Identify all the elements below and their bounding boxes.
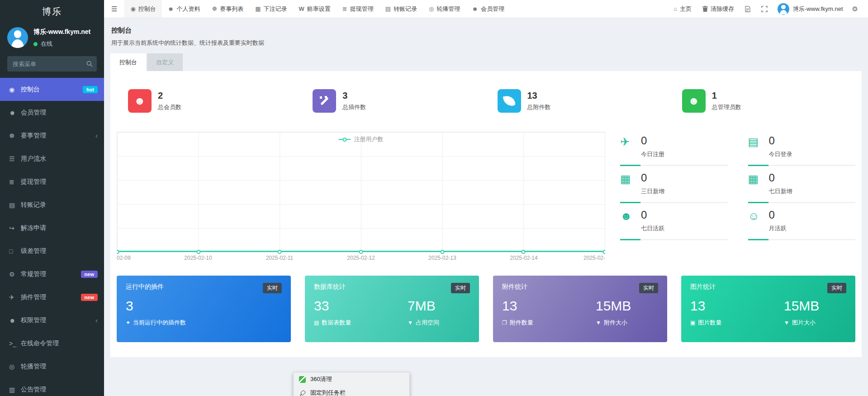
topnav-item-members[interactable]: ☻ 会员管理 [466,0,510,18]
rocket-icon: ✈ [9,294,21,301]
sidebar-item-withdraw[interactable]: ≣ 提现管理 [0,170,104,193]
sidebar-item-dashboard[interactable]: ◉ 控制台 hot [0,78,104,101]
topnav-item-carousel[interactable]: ◎ 轮播管理 [423,0,466,18]
stat-value: 1 [712,91,741,101]
user-status-label: 在线 [41,40,52,48]
topnav-item-odds[interactable]: W 赔率设置 [293,0,336,18]
mini-stat-3day-new: ▦ 0 三日新增 [620,169,728,206]
filter-icon: ▼ [596,320,601,326]
users-icon: ☻ [9,317,21,324]
settings-gear-icon[interactable]: ⚙ [848,5,861,13]
users-icon: ☻ [9,109,21,116]
sidebar-item-plugins[interactable]: ✈ 插件管理 new [0,286,104,309]
copy-icon: ❐ [502,320,507,326]
sidebar-item-general[interactable]: ⚙ 常规管理 new [0,262,104,286]
magic-wand-icon [313,89,336,113]
tab-custom[interactable]: 自定义 [147,53,183,71]
life-ring-icon: ☸ [212,5,217,12]
log-file-button[interactable] [740,6,756,12]
mini-stat-today-logins: ▤ 0 今日登录 [748,132,856,169]
tab-dashboard[interactable]: 控制台 [110,53,146,71]
stat-value: 3 [342,91,366,101]
search-input[interactable] [7,56,97,72]
user-info: 博乐-www.fkym.net 在线 [33,27,90,48]
sidebar-item-level-diff[interactable]: □ 级差管理 [0,239,104,262]
database-icon: ▤ [314,320,319,326]
sidebar-item-transfer-records[interactable]: ▤ 转账记录 [0,193,104,216]
hamburger-icon[interactable]: ☰ [104,0,124,18]
app-logo[interactable]: 博乐 [0,0,104,23]
menu-item-pin-to-taskbar[interactable]: 固定到任务栏 [294,386,409,396]
chart-legend[interactable]: 注册用户数 [339,135,384,143]
cards-row: 运行中的插件 实时 3 ✦ 当前运行中的插件数 数据库统计 实时 33 [117,276,855,342]
chart-x-tick-label: 2025-02-13 [428,255,456,261]
fullscreen-icon [761,6,768,12]
card-value: 13 [690,299,784,313]
tabs: 控制台 自定义 [110,53,868,71]
book-icon: ▤ [9,201,21,209]
leaf-icon [498,89,521,113]
card-title: 图片统计 [690,283,716,291]
topnav-item-withdraw[interactable]: ≣ 提现管理 [337,0,379,18]
topnav-user-menu[interactable]: 博乐-www.fkym.net [773,3,848,15]
admin-user-icon: ☻ [682,89,706,113]
stat-total-plugins: 3 总插件数 [301,89,486,113]
content: 控制台 用于展示当前系统中的统计数据、统计报表及重要实时数据 控制台 自定义 ☻… [104,18,868,396]
chart-plot [117,132,605,252]
realtime-badge: 实时 [827,283,846,293]
chart-data-point [440,250,444,254]
new-badge: new [81,294,98,301]
sidebar-item-carousel[interactable]: ◎ 轮播管理 [0,355,104,378]
topnav-item-transfers[interactable]: ▤ 转账记录 [379,0,423,18]
card-value-label: 附件数量 [510,319,533,327]
mini-stat-month-active: ☺ 0 月活跃 [748,206,856,243]
chart-row: 注册用户数 02-092025-02-102025-02-112025-02-1… [117,132,855,262]
sidebar-item-members[interactable]: ☻ 会员管理 [0,101,104,124]
card-value: 13 [502,299,596,313]
home-icon: ⌂ [674,5,677,12]
fullscreen-button[interactable] [756,6,773,12]
sidebar-item-announcements[interactable]: ▥ 公告管理 [0,378,104,396]
content-header: 控制台 用于展示当前系统中的统计数据、统计报表及重要实时数据 [111,26,861,47]
sidebar-item-unfreeze[interactable]: ↪ 解冻申请 [0,216,104,239]
home-button[interactable]: ⌂ 主页 [668,5,697,13]
chart-x-tick-label: 2025-02-11 [266,255,294,261]
search-icon[interactable] [86,61,93,67]
chart-x-tick-label: 02-09 [117,255,131,261]
card-value-label: 占用空间 [416,319,439,327]
image-icon: ▣ [690,320,695,326]
calendar-icon: ▦ [620,172,636,206]
menu-item-360-clean[interactable]: 360清理 [294,372,409,386]
user-avatar[interactable] [7,27,28,48]
topnav: ☰ ◉ 控制台 ☻ 个人资料 ☸ 赛事列表 ▦ 下注记录 W 赔率设置 ≣ 提现… [104,0,868,18]
magic-wand-icon: ✦ [126,320,130,326]
sidebar-item-user-flow[interactable]: ☰ 用户流水 [0,147,104,170]
sidebar-item-online-commands[interactable]: >_ 在线命令管理 [0,332,104,355]
card-title: 附件统计 [502,283,527,291]
dashboard-icon: ◉ [9,86,21,93]
topnav-item-dashboard[interactable]: ◉ 控制台 [124,0,161,18]
page-title: 控制台 [111,26,861,35]
trash-icon [702,6,708,12]
topnav-item-bet-records[interactable]: ▦ 下注记录 [249,0,293,18]
user-name: 博乐-www.fkym.net [33,28,90,36]
online-dot-icon [33,42,38,46]
stats-row: ☻ 2 总会员数 3 总插件数 13 总附件数 [117,71,855,113]
list-icon: ≣ [9,178,21,186]
user-avatar [778,3,789,15]
topnav-item-match-list[interactable]: ☸ 赛事列表 [206,0,249,18]
clear-cache-button[interactable]: 清除缓存 [697,5,740,13]
chart-data-point [196,250,200,254]
stat-label: 总附件数 [527,103,551,111]
topnav-right: ⌂ 主页 清除缓存 博乐-www.f [668,0,868,18]
book-icon: ▤ [385,5,391,12]
card-database-stats: 数据库统计 实时 33 ▤ 数据表数量 7MB ▼ 占用空间 [305,276,479,342]
sidebar-item-matches[interactable]: ☸ 赛事管理 ‹ [0,124,104,147]
stat-label: 总插件数 [342,103,366,111]
sidebar-item-permissions[interactable]: ☻ 权限管理 ‹ [0,309,104,332]
topnav-item-profile[interactable]: ☻ 个人资料 [162,0,206,18]
dashboard-icon: ◉ [130,5,135,12]
share-icon: ↪ [9,224,21,232]
pin-icon [298,388,307,396]
page-subtitle: 用于展示当前系统中的统计数据、统计报表及重要实时数据 [111,39,861,47]
